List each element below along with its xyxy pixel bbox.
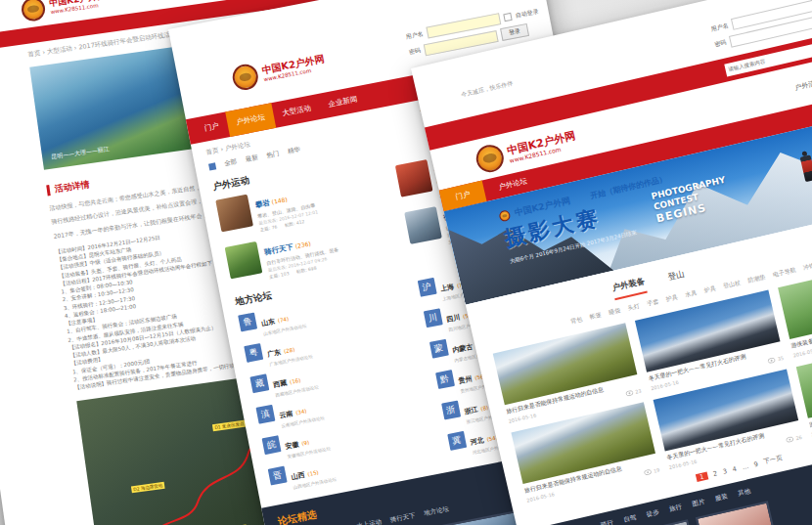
highlights-tab[interactable]: 其他 — [738, 487, 752, 499]
gear-filter-link[interactable]: 头灯 — [627, 302, 641, 313]
k2-monkey-logo-icon — [21, 0, 47, 22]
highlights-tab[interactable]: 徒步 — [646, 508, 660, 520]
card-views: 26 — [786, 434, 802, 444]
card-views: 23 — [625, 388, 642, 398]
collage-stage: 中国K2户外网 www.K28511.com 门户户外论坛大型活动企业新闻 首页… — [0, 0, 812, 525]
breadcrumb[interactable]: 首页 › 户外论坛 — [205, 140, 251, 157]
filter-link[interactable]: 热门 — [266, 150, 280, 160]
card-views: 19 — [644, 466, 660, 476]
k2-monkey-logo-icon — [474, 142, 507, 175]
highlights-tab[interactable]: 服装 — [714, 492, 729, 503]
password-label: 密码 — [714, 38, 728, 49]
section-title: 活动详情 — [54, 178, 90, 196]
content-tab[interactable]: 登山 — [667, 269, 687, 287]
pagination-item[interactable]: 9 — [753, 459, 759, 468]
eye-icon — [767, 357, 776, 365]
card-views: 35 — [767, 355, 784, 365]
highlights-title: 论坛精选 — [808, 521, 812, 525]
province-badge: 滇 — [255, 405, 275, 424]
eye-icon — [644, 468, 653, 476]
gear-filter-link[interactable]: 炉具 — [703, 284, 717, 295]
username-label: 用户名 — [405, 29, 424, 41]
province-badge: 沪 — [417, 278, 436, 297]
forum-thumbnail — [394, 159, 432, 197]
site-slogan: 今天减压，快乐作伴 — [461, 79, 515, 100]
highlights-tab[interactable]: 自驾 — [623, 513, 638, 525]
climber-figure — [800, 154, 812, 182]
province-badge: 粤 — [244, 343, 263, 363]
forum-thumbnail — [225, 241, 263, 280]
gear-filter-link[interactable]: 帐篷 — [589, 311, 603, 322]
filter-link[interactable]: 最新 — [245, 153, 258, 164]
username-label: 用户名 — [710, 22, 730, 34]
k2-monkey-logo-icon — [231, 63, 260, 92]
pagination-item[interactable]: 4 — [732, 464, 738, 473]
highlights-tab[interactable]: 地方论坛 — [424, 504, 450, 518]
gear-filter-link[interactable]: 冲锋衣裤 — [802, 259, 812, 273]
gear-filter-link[interactable]: 登山杖 — [722, 279, 742, 291]
k2-monkey-logo-icon — [498, 209, 511, 222]
gear-filter-link[interactable]: 手套 — [646, 297, 659, 308]
highlights-tab[interactable]: 旅行 — [668, 503, 683, 514]
gear-filter-link[interactable]: 背包 — [570, 315, 584, 326]
login-button[interactable]: 登录 — [500, 23, 529, 41]
eye-icon — [625, 389, 634, 397]
pagination-item[interactable]: 1 — [695, 471, 708, 482]
content-tab[interactable]: 户外装备 — [611, 276, 648, 300]
highlights-tab[interactable]: 水上运动 — [356, 518, 383, 525]
site-logo[interactable]: 中国K2户外网 www.K28511.com — [231, 49, 328, 92]
highlights-tab[interactable]: 图片 — [692, 498, 706, 509]
gear-filter-link[interactable]: 护具 — [665, 293, 679, 304]
pagination-item[interactable]: 下一页 — [763, 454, 784, 466]
province-badge: 皖 — [262, 435, 282, 455]
pagination-item[interactable]: 3 — [722, 467, 728, 476]
province-badge: 冀 — [447, 431, 467, 451]
highlights-tab[interactable]: 骑行 — [600, 518, 614, 525]
password-label: 密码 — [408, 46, 421, 57]
province-badge: 黔 — [435, 370, 455, 389]
section-accent-bar — [46, 185, 51, 196]
province-badge: 浙 — [441, 401, 461, 420]
province-badge: 藏 — [249, 373, 269, 393]
gear-filter-link[interactable]: 睡袋 — [608, 306, 621, 317]
gear-filter-link[interactable]: 水具 — [684, 288, 698, 299]
header-link[interactable]: 户外活动 — [793, 77, 812, 93]
filter-checkbox[interactable] — [208, 162, 216, 170]
highlights-tab[interactable]: 骑行天下 — [389, 511, 416, 525]
province-badge: 鲁 — [238, 313, 257, 332]
province-badge: 川 — [423, 308, 442, 328]
pagination-item[interactable]: … — [742, 461, 749, 470]
filter-link[interactable]: 精华 — [287, 146, 300, 156]
auto-login-checkbox[interactable] — [503, 13, 512, 22]
poster-line2: 昆明——大理——丽江 — [51, 145, 111, 161]
province-badge: 蒙 — [429, 339, 448, 359]
auto-login-label: 自动登录 — [515, 7, 539, 20]
gear-filter-link[interactable]: 电子导航 — [772, 266, 796, 280]
filter-link[interactable]: 全部 — [224, 157, 238, 168]
eye-icon — [786, 436, 794, 444]
province-badge: 晋 — [268, 466, 288, 486]
forum-thumbnail — [215, 195, 253, 233]
forum-thumbnail — [404, 206, 442, 244]
gear-filter-link[interactable]: 防潮垫 — [747, 273, 767, 285]
pagination-item[interactable]: 2 — [712, 469, 718, 478]
